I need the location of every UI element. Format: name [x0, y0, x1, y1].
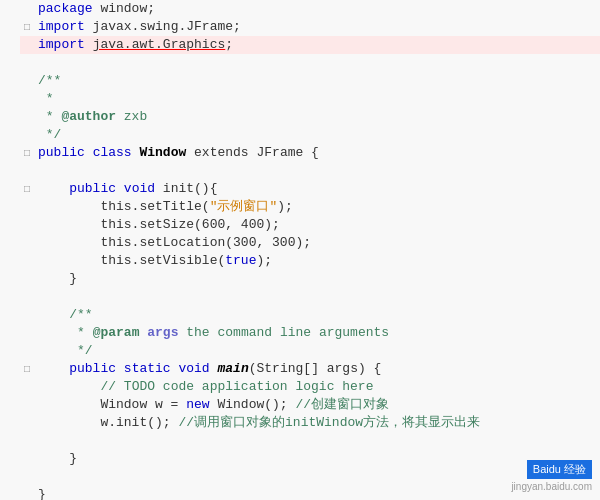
code-line-16: }	[0, 270, 600, 288]
line-text-14: this.setLocation(300, 300);	[34, 234, 600, 252]
code-line-21: □ public static void main(String[] args)…	[0, 360, 600, 378]
fold-11[interactable]: □	[20, 180, 34, 198]
gutter-27	[0, 468, 20, 486]
code-line-22: // TODO code application logic here	[0, 378, 600, 396]
gutter-3	[0, 36, 20, 54]
gutter-8	[0, 126, 20, 144]
line-text-18: /**	[34, 306, 600, 324]
gutter-7	[0, 108, 20, 126]
fold-26	[20, 450, 34, 468]
gutter-26	[0, 450, 20, 468]
gutter-6	[0, 90, 20, 108]
line-text-24: w.init(); //调用窗口对象的initWindow方法，将其显示出来	[34, 414, 600, 432]
line-text-9: public class Window extends JFrame {	[34, 144, 600, 162]
fold-22	[20, 378, 34, 396]
code-line-6: *	[0, 90, 600, 108]
line-text-11: public void init(){	[34, 180, 600, 198]
line-text-25	[34, 432, 600, 450]
code-line-14: this.setLocation(300, 300);	[0, 234, 600, 252]
line-text-17	[34, 288, 600, 306]
watermark-baidu-label: Baidu 经验	[527, 460, 592, 479]
code-line-11: □ public void init(){	[0, 180, 600, 198]
fold-28	[20, 486, 34, 500]
code-line-2: □ import javax.swing.JFrame;	[0, 18, 600, 36]
fold-21[interactable]: □	[20, 360, 34, 378]
fold-3	[20, 36, 34, 54]
gutter-12	[0, 198, 20, 216]
gutter-2	[0, 18, 20, 36]
line-text-2: import javax.swing.JFrame;	[34, 18, 600, 36]
line-text-21: public static void main(String[] args) {	[34, 360, 600, 378]
line-text-5: /**	[34, 72, 600, 90]
fold-13	[20, 216, 34, 234]
gutter-22	[0, 378, 20, 396]
code-line-1: package window;	[0, 0, 600, 18]
gutter-11	[0, 180, 20, 198]
gutter-1	[0, 0, 20, 18]
line-text-8: */	[34, 126, 600, 144]
gutter-15	[0, 252, 20, 270]
gutter-24	[0, 414, 20, 432]
line-text-12: this.setTitle("示例窗口");	[34, 198, 600, 216]
fold-1	[20, 0, 34, 18]
code-line-27	[0, 468, 600, 486]
watermark: Baidu 经验 jingyan.baidu.com	[511, 460, 592, 492]
gutter-9	[0, 144, 20, 162]
fold-15	[20, 252, 34, 270]
code-line-18: /**	[0, 306, 600, 324]
gutter-20	[0, 342, 20, 360]
code-line-20: */	[0, 342, 600, 360]
code-line-24: w.init(); //调用窗口对象的initWindow方法，将其显示出来	[0, 414, 600, 432]
gutter-19	[0, 324, 20, 342]
code-line-12: this.setTitle("示例窗口");	[0, 198, 600, 216]
gutter-18	[0, 306, 20, 324]
code-line-25	[0, 432, 600, 450]
fold-2[interactable]: □	[20, 18, 34, 36]
code-line-28: }	[0, 486, 600, 500]
line-text-7: * @author zxb	[34, 108, 600, 126]
code-line-9: □ public class Window extends JFrame {	[0, 144, 600, 162]
code-line-3: import java.awt.Graphics;	[0, 36, 600, 54]
fold-19	[20, 324, 34, 342]
code-editor: package window; □ import javax.swing.JFr…	[0, 0, 600, 500]
gutter-16	[0, 270, 20, 288]
code-line-10	[0, 162, 600, 180]
line-text-19: * @param args the command line arguments	[34, 324, 600, 342]
fold-10	[20, 162, 34, 180]
line-text-6: *	[34, 90, 600, 108]
code-line-13: this.setSize(600, 400);	[0, 216, 600, 234]
fold-20	[20, 342, 34, 360]
fold-5	[20, 72, 34, 90]
gutter-17	[0, 288, 20, 306]
fold-18	[20, 306, 34, 324]
fold-9[interactable]: □	[20, 144, 34, 162]
gutter-5	[0, 72, 20, 90]
gutter-21	[0, 360, 20, 378]
code-line-15: this.setVisible(true);	[0, 252, 600, 270]
line-text-10	[34, 162, 600, 180]
line-text-15: this.setVisible(true);	[34, 252, 600, 270]
watermark-sub-label: jingyan.baidu.com	[511, 481, 592, 492]
fold-16	[20, 270, 34, 288]
code-line-5: /**	[0, 72, 600, 90]
code-line-19: * @param args the command line arguments	[0, 324, 600, 342]
fold-14	[20, 234, 34, 252]
code-line-4	[0, 54, 600, 72]
fold-7	[20, 108, 34, 126]
gutter-28	[0, 486, 20, 500]
gutter-14	[0, 234, 20, 252]
fold-27	[20, 468, 34, 486]
line-text-1: package window;	[34, 0, 600, 18]
fold-25	[20, 432, 34, 450]
code-line-23: Window w = new Window(); //创建窗口对象	[0, 396, 600, 414]
code-line-8: */	[0, 126, 600, 144]
gutter-4	[0, 54, 20, 72]
gutter-13	[0, 216, 20, 234]
gutter-10	[0, 162, 20, 180]
fold-4	[20, 54, 34, 72]
gutter-23	[0, 396, 20, 414]
line-text-4	[34, 54, 600, 72]
fold-23	[20, 396, 34, 414]
line-text-13: this.setSize(600, 400);	[34, 216, 600, 234]
gutter-25	[0, 432, 20, 450]
